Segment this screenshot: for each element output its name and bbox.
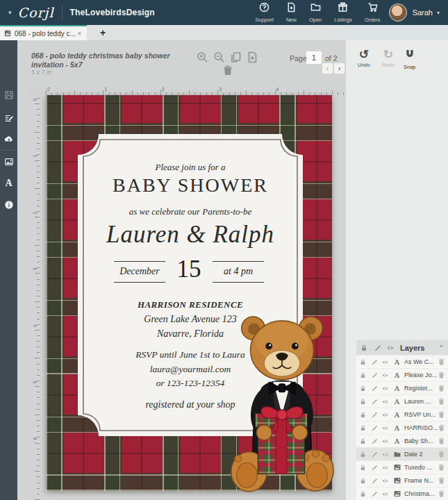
user-avatar[interactable] — [389, 3, 407, 22]
save-button[interactable] — [0, 90, 17, 103]
text-panel-button[interactable]: A — [0, 178, 17, 189]
layer-lock-icon[interactable] — [360, 478, 366, 484]
layer-row[interactable]: Tuxedo ... — [356, 461, 448, 474]
layer-edit-icon[interactable] — [371, 478, 377, 484]
add-page-button[interactable] — [247, 51, 258, 66]
layer-edit-icon[interactable] — [371, 491, 377, 497]
layer-row[interactable]: Frame N... — [356, 474, 448, 487]
layer-name[interactable]: Tuxedo ... — [404, 464, 438, 471]
tab-close-icon[interactable]: × — [76, 30, 83, 38]
layer-visibility-icon[interactable] — [382, 385, 388, 392]
layer-lock-icon[interactable] — [360, 372, 366, 378]
layer-delete-icon[interactable] — [438, 448, 445, 460]
layer-visibility-icon[interactable] — [382, 491, 388, 497]
text-layer-day[interactable]: 15 — [169, 256, 208, 283]
previous-page-button[interactable]: ‹ — [322, 63, 333, 74]
layer-edit-icon[interactable] — [371, 359, 377, 365]
layer-visibility-icon[interactable] — [382, 451, 388, 458]
layer-name[interactable]: RSVP Un... — [404, 411, 438, 418]
layer-row[interactable]: A Lauren ... — [356, 395, 448, 408]
nav-support[interactable]: Support — [256, 2, 274, 23]
text-layer-names[interactable]: Lauren & Ralph — [78, 221, 303, 249]
layer-row[interactable]: A Please Jo... — [356, 369, 448, 381]
nav-new[interactable]: New — [286, 2, 297, 23]
nav-listings[interactable]: Listings — [334, 2, 351, 23]
page-number-input[interactable] — [306, 51, 322, 64]
layer-delete-icon[interactable] — [438, 395, 445, 408]
user-menu-caret-icon[interactable]: ▾ — [437, 10, 440, 16]
layer-delete-icon[interactable] — [438, 435, 445, 447]
nav-open[interactable]: Open — [309, 2, 322, 23]
menu-caret-icon[interactable]: ▾ — [8, 9, 12, 16]
layer-name[interactable]: Register... — [404, 385, 438, 392]
layer-name[interactable]: Date 2 — [404, 451, 438, 458]
redo-button[interactable]: ↻ Redo — [382, 49, 395, 68]
layer-lock-icon[interactable] — [360, 465, 366, 471]
layer-delete-icon[interactable] — [438, 474, 445, 487]
visibility-all-icon[interactable] — [387, 344, 394, 351]
layer-lock-icon[interactable] — [360, 412, 366, 418]
layer-visibility-icon[interactable] — [382, 465, 388, 471]
layer-name[interactable]: As We C... — [404, 358, 438, 365]
layer-name[interactable]: Frame N... — [404, 477, 438, 484]
lock-all-icon[interactable] — [360, 344, 367, 351]
layer-edit-icon[interactable] — [371, 385, 377, 392]
teddy-bear-image[interactable] — [230, 310, 334, 492]
zoom-in-button[interactable] — [197, 51, 208, 66]
undo-button[interactable]: ↺ Undo — [358, 49, 370, 68]
corjl-logo[interactable]: Corjl — [18, 5, 54, 20]
layer-delete-icon[interactable] — [438, 461, 445, 474]
layer-visibility-icon[interactable] — [382, 478, 388, 484]
layer-lock-icon[interactable] — [360, 359, 366, 365]
text-layer-please-join[interactable]: Please join us for a — [78, 162, 303, 173]
text-layer-as-we-celebrate[interactable]: as we celebrate our Parents-to-be — [78, 206, 303, 217]
layer-edit-icon[interactable] — [371, 399, 377, 405]
snap-button[interactable]: Snap — [404, 49, 416, 70]
layer-lock-icon[interactable] — [360, 491, 366, 497]
layer-edit-icon[interactable] — [371, 412, 377, 418]
layer-lock-icon[interactable] — [360, 451, 366, 458]
layer-delete-icon[interactable] — [438, 422, 445, 434]
layer-name[interactable]: Please Jo... — [404, 372, 438, 378]
tab-active-document[interactable]: 068 - polo teddy c... × — [0, 25, 87, 40]
user-name[interactable]: Sarah — [413, 8, 433, 17]
images-panel-button[interactable] — [0, 157, 17, 169]
edit-all-icon[interactable] — [374, 344, 381, 351]
layers-panel-header[interactable]: Layers ⌃ — [356, 340, 448, 355]
delete-page-button[interactable] — [223, 65, 233, 78]
layer-edit-icon[interactable] — [371, 372, 377, 378]
layer-edit-icon[interactable] — [371, 425, 377, 431]
next-page-button[interactable]: › — [334, 63, 345, 74]
layer-lock-icon[interactable] — [360, 425, 366, 431]
layer-row[interactable]: A RSVP Un... — [356, 408, 448, 421]
text-layer-venue[interactable]: HARRISON RESIDENCE — [78, 299, 303, 310]
layer-edit-icon[interactable] — [371, 465, 377, 471]
layer-visibility-icon[interactable] — [382, 359, 388, 365]
layer-name[interactable]: Christma... — [404, 490, 438, 497]
layer-lock-icon[interactable] — [360, 399, 366, 405]
layer-row[interactable]: A As We C... — [356, 356, 448, 368]
copy-page-button[interactable] — [230, 51, 242, 66]
layer-delete-icon[interactable] — [438, 382, 445, 394]
cloud-upload-button[interactable] — [0, 134, 17, 147]
layer-row[interactable]: Date 2 — [356, 448, 448, 460]
layer-lock-icon[interactable] — [360, 385, 366, 392]
layer-delete-icon[interactable] — [438, 356, 445, 368]
layer-visibility-icon[interactable] — [382, 412, 388, 418]
layer-delete-icon[interactable] — [438, 369, 445, 381]
zoom-out-button[interactable] — [213, 51, 225, 66]
nav-orders[interactable]: Orders — [365, 2, 381, 23]
layer-row[interactable]: A HARRISO... — [356, 422, 448, 434]
layer-visibility-icon[interactable] — [382, 425, 388, 431]
layer-visibility-icon[interactable] — [382, 438, 388, 444]
layer-name[interactable]: Baby Sh... — [404, 438, 438, 444]
layer-delete-icon[interactable] — [438, 408, 445, 421]
layer-edit-icon[interactable] — [371, 451, 377, 458]
layer-visibility-icon[interactable] — [382, 399, 388, 405]
text-layer-baby-shower[interactable]: BABY SHOWER — [78, 174, 303, 197]
tab-add-button[interactable]: + — [96, 26, 110, 40]
layer-name[interactable]: Lauren ... — [404, 398, 438, 405]
layer-row[interactable]: A Baby Sh... — [356, 435, 448, 447]
layer-row[interactable]: A Register... — [356, 382, 448, 394]
layer-row[interactable]: Christma... — [356, 488, 448, 500]
